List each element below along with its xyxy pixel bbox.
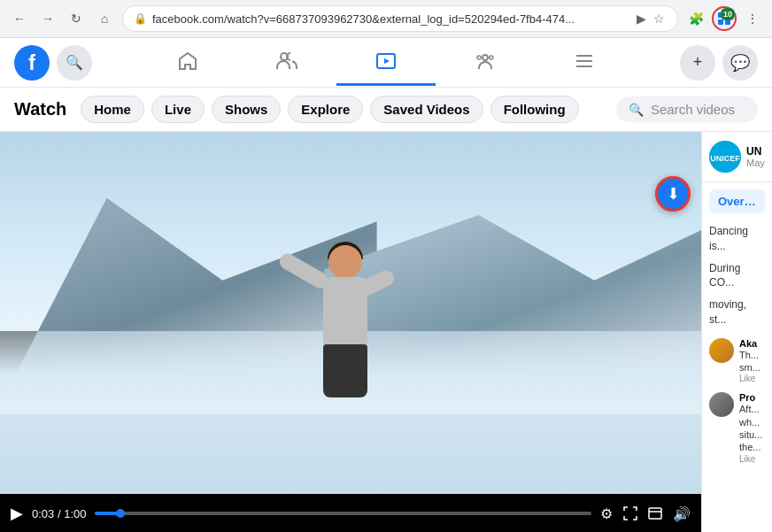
unicef-logo: UNICEF <box>709 141 741 173</box>
description-text-3: moving, st... <box>702 294 772 331</box>
fullscreen-button[interactable] <box>623 506 637 520</box>
messenger-button[interactable]: 💬 <box>722 45 758 81</box>
refresh-button[interactable]: ↻ <box>64 6 89 31</box>
browser-nav-buttons: ← → ↻ ⌂ <box>7 6 117 31</box>
watch-search-text: Search videos <box>651 102 735 117</box>
url-text: facebook.com/watch?v=668737093962730&ext… <box>152 12 629 26</box>
address-bar[interactable]: 🔒 facebook.com/watch?v=668737093962730&e… <box>122 5 678 32</box>
comments-section: Aka Th... sm... Like Pro Aft... wh... si… <box>702 331 772 532</box>
comment-like-1[interactable]: Like <box>739 374 765 383</box>
facebook-nav-right: + 💬 <box>680 45 758 81</box>
commenter-avatar-2 <box>709 392 734 417</box>
back-button[interactable]: ← <box>7 6 32 31</box>
child-legs <box>323 344 367 397</box>
theater-icon <box>648 507 662 520</box>
download-overlay-button[interactable]: ⬇ <box>655 176 691 212</box>
commenter-name-1: Aka <box>739 338 765 349</box>
svg-point-7 <box>482 55 488 60</box>
download-icon: ⬇ <box>667 184 680 204</box>
facebook-navbar: f 🔍 <box>0 38 772 88</box>
sidebar-channel: UNICEF UN May <box>702 132 772 182</box>
svg-point-9 <box>477 56 481 59</box>
svg-rect-13 <box>649 508 661 519</box>
channel-date: May <box>746 158 765 168</box>
home-browser-button[interactable]: ⌂ <box>92 6 117 31</box>
extension-badge-count: 10 <box>721 8 735 20</box>
play-button[interactable]: ▶ <box>11 504 23 523</box>
nav-menu-button[interactable] <box>535 40 634 86</box>
svg-point-8 <box>490 56 493 59</box>
video-area: ⬇ ▶ 0:03 / 1:00 ⚙ <box>0 132 701 532</box>
watch-title: Watch <box>14 99 66 120</box>
commenter-avatar-1 <box>709 338 734 363</box>
lock-icon: 🔒 <box>134 12 147 25</box>
highlighted-extension-button[interactable]: 10 <box>712 6 737 31</box>
time-display: 0:03 / 1:00 <box>32 507 86 520</box>
nav-friends-button[interactable] <box>237 40 336 86</box>
friends-nav-icon <box>276 50 297 72</box>
comment-text-2: Aft... wh... situ... the... <box>739 403 765 453</box>
menu-nav-icon <box>574 50 595 72</box>
forward-button[interactable]: → <box>35 6 60 31</box>
child-figure <box>292 245 398 440</box>
channel-info: UN May <box>746 145 765 168</box>
watch-search-icon: 🔍 <box>629 103 644 117</box>
browser-chrome: ← → ↻ ⌂ 🔒 facebook.com/watch?v=668737093… <box>0 0 772 38</box>
video-control-icons: ⚙ 🔊 <box>600 505 691 522</box>
facebook-logo[interactable]: f <box>14 45 50 81</box>
pin-extension-button[interactable]: ▶ <box>635 10 648 27</box>
fullscreen-icon <box>623 506 637 520</box>
nav-home-button[interactable] <box>138 40 237 86</box>
watch-search-bar[interactable]: 🔍 Search videos <box>616 96 758 122</box>
watch-header: Watch Home Live Shows Explore Saved Vide… <box>0 88 772 132</box>
comment-item-2: Pro Aft... wh... situ... the... Like <box>709 392 765 463</box>
comment-text-1: Th... sm... <box>739 349 765 374</box>
duration: 1:00 <box>64 507 86 520</box>
main-content: ⬇ ▶ 0:03 / 1:00 ⚙ <box>0 132 772 532</box>
comment-item: Aka Th... sm... Like <box>709 338 765 384</box>
extensions-button[interactable]: 🧩 <box>683 6 708 31</box>
right-sidebar: UNICEF UN May Overview Dancing is... Dur… <box>701 132 772 532</box>
progress-thumb <box>116 509 125 518</box>
nav-watch-button[interactable] <box>336 40 436 86</box>
overview-button[interactable]: Overview <box>709 189 765 213</box>
browser-toolbar: ← → ↻ ⌂ 🔒 facebook.com/watch?v=668737093… <box>0 0 772 37</box>
watch-home-button[interactable]: Home <box>81 96 144 123</box>
progress-bar[interactable] <box>95 512 591 515</box>
channel-avatar: UNICEF <box>709 141 741 173</box>
watch-explore-button[interactable]: Explore <box>288 96 363 123</box>
settings-button[interactable]: ⚙ <box>600 505 613 522</box>
video-container[interactable]: ⬇ <box>0 132 701 494</box>
bookmark-button[interactable]: ☆ <box>652 10 667 27</box>
watch-live-button[interactable]: Live <box>151 96 205 123</box>
browser-extension-actions: 🧩 10 ⋮ <box>683 6 765 31</box>
child-head <box>328 245 362 279</box>
watch-saved-videos-button[interactable]: Saved Videos <box>370 96 482 123</box>
watch-shows-button[interactable]: Shows <box>212 96 281 123</box>
theater-mode-button[interactable] <box>648 507 662 520</box>
progress-fill <box>95 512 120 515</box>
video-controls: ▶ 0:03 / 1:00 ⚙ <box>0 494 701 532</box>
comment-content-1: Aka Th... sm... Like <box>739 338 765 384</box>
comment-like-2[interactable]: Like <box>739 454 765 464</box>
more-browser-button[interactable]: ⋮ <box>740 6 765 31</box>
watch-following-button[interactable]: Following <box>490 96 579 123</box>
nav-groups-button[interactable] <box>436 40 535 86</box>
svg-marker-6 <box>384 58 390 64</box>
volume-button[interactable]: 🔊 <box>673 505 691 522</box>
svg-text:UNICEF: UNICEF <box>710 154 740 163</box>
home-nav-icon <box>177 50 198 72</box>
groups-nav-icon <box>475 50 496 72</box>
description-text-2: During CO... <box>702 258 772 295</box>
add-button[interactable]: + <box>680 45 715 81</box>
facebook-nav-icons <box>92 40 680 86</box>
svg-rect-2 <box>718 19 723 25</box>
facebook-search-button[interactable]: 🔍 <box>57 45 92 81</box>
address-actions: ▶ ☆ <box>635 10 667 27</box>
commenter-name-2: Pro <box>739 392 765 403</box>
watch-nav-icon <box>375 50 397 72</box>
current-time: 0:03 <box>32 507 54 520</box>
video-scene <box>0 132 701 494</box>
channel-name: UN <box>746 145 765 158</box>
description-text-1: Dancing is... <box>702 220 772 258</box>
